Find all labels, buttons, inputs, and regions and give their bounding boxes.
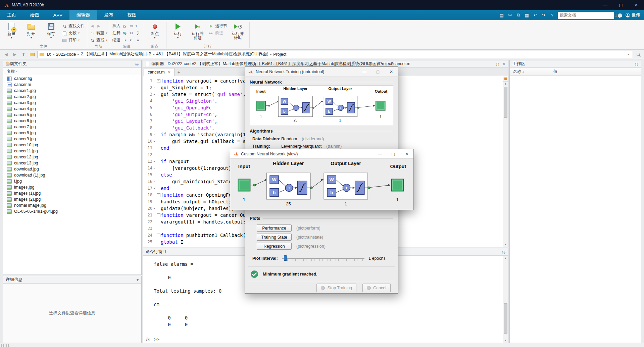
run-button[interactable]: 运行▾ <box>169 21 187 39</box>
file-item[interactable]: cancer13.jpg <box>3 160 141 166</box>
scroll-down-icon[interactable]: ▼ <box>504 242 507 247</box>
advance-button[interactable]: ▸▸前进 <box>208 30 227 36</box>
maximize-button[interactable]: ▢ <box>613 0 629 10</box>
plot-interval-slider[interactable] <box>282 255 364 261</box>
breadcrumb-item[interactable]: 461.【B461】深度学习之基于Matlab肺癌检测系统(GUI界面) <box>155 51 270 57</box>
dialog-close-button[interactable]: ✕ <box>385 67 398 77</box>
training-state-plot-button[interactable]: Training State <box>257 234 292 241</box>
print-button[interactable]: 打印▾ <box>62 37 85 43</box>
file-item[interactable]: cancer1.jpg <box>3 88 141 94</box>
new-tab-button[interactable]: + <box>175 68 183 76</box>
name-column-header[interactable]: 名称▴ <box>3 68 141 75</box>
file-item[interactable]: download.jpg <box>3 166 141 172</box>
cancel-button[interactable]: Cancel <box>362 284 391 292</box>
cmd-scroll-thumb[interactable] <box>504 303 507 334</box>
breadcrumb-item[interactable]: D: <box>45 52 53 57</box>
percent-icon[interactable]: % <box>122 31 127 36</box>
doc-search-input[interactable] <box>560 13 612 17</box>
breadcrumb-field[interactable]: D:▸2022-code▸2.【测试正常】Matlab图像处理项目-B▸461.… <box>37 51 633 58</box>
qa-help-icon[interactable]: ? <box>549 12 555 18</box>
ribbon-tab-publish[interactable]: 发布 <box>97 10 120 20</box>
forward-icon[interactable]: ▶ <box>96 23 101 29</box>
workspace-name-column[interactable]: 名称▴ <box>510 68 550 76</box>
qa-undo-icon[interactable]: ↶ <box>533 12 538 18</box>
nnview-titlebar[interactable]: Custom Neural Network (view) — ▢ ✕ <box>230 149 413 159</box>
indent-button[interactable]: 缩进⇥⇤≡ <box>112 37 141 43</box>
address-search-button[interactable] <box>634 51 642 58</box>
scroll-thumb[interactable] <box>504 87 507 118</box>
message-indicator[interactable] <box>503 77 508 82</box>
code-fold-icon[interactable] <box>156 212 161 218</box>
file-item[interactable]: cancer.m <box>3 82 141 88</box>
notification-bell-icon[interactable] <box>617 12 623 18</box>
up-folder-button[interactable]: ⬆ <box>20 51 27 58</box>
insert-button[interactable]: 插入fx▭▾ <box>112 23 141 29</box>
file-item[interactable]: cancer7.jpg <box>3 124 141 130</box>
file-item[interactable]: cancer12.jpg <box>3 154 141 160</box>
nav-forward-button[interactable]: ▶ <box>11 51 18 58</box>
resize-grip[interactable] <box>1 344 9 347</box>
dialog-maximize-button[interactable]: ▢ <box>387 149 400 158</box>
ribbon-tab-home[interactable]: 主页 <box>0 10 23 20</box>
cmd-menu-icon[interactable]: ◎ <box>502 250 505 254</box>
nntraintool-titlebar[interactable]: Neural Network Training (nntraintool) — … <box>245 67 398 77</box>
minimize-button[interactable]: — <box>598 0 613 10</box>
file-item[interactable]: cancer11.jpg <box>3 148 141 154</box>
file-item[interactable]: cancer6.jpg <box>3 118 141 124</box>
run-section-button[interactable]: 运行节 <box>208 23 227 29</box>
code-fold-icon[interactable] <box>156 192 161 198</box>
dialog-minimize-button[interactable]: — <box>358 67 371 77</box>
workspace-menu-icon[interactable]: ◎ <box>635 62 638 66</box>
ribbon-tab-view[interactable]: 视图 <box>120 10 144 20</box>
comment-button[interactable]: 注释%⊘⤸ <box>112 30 141 36</box>
qa-copy-icon[interactable]: ⧉ <box>516 12 521 18</box>
wrap-comment-icon[interactable]: ⤸ <box>136 31 141 36</box>
slider-thumb[interactable] <box>284 255 287 261</box>
user-account[interactable]: 世伟 <box>626 12 640 18</box>
run-and-time-button[interactable]: 运行并 计时 <box>229 21 247 40</box>
section-break-icon[interactable]: ▭ <box>129 23 134 29</box>
ribbon-tab-apps[interactable]: APP <box>46 10 69 20</box>
back-icon[interactable]: ◀ <box>90 23 95 29</box>
save-button[interactable]: 保存▾ <box>42 21 60 39</box>
file-item[interactable]: download (1).jpg <box>3 172 141 178</box>
command-scrollbar[interactable]: ▲ ▼ <box>503 256 508 343</box>
file-item[interactable]: cancer4.jpg <box>3 106 141 112</box>
file-item[interactable]: i.jpg <box>3 178 141 184</box>
breadcrumb-dropdown-icon[interactable]: ▾ <box>626 52 631 56</box>
file-item[interactable]: cancer8.jpg <box>3 130 141 136</box>
nav-back-button[interactable]: ◀ <box>2 51 10 58</box>
code-fold-icon[interactable] <box>156 78 161 84</box>
file-item[interactable]: images (1).jpg <box>3 190 141 196</box>
dialog-close-button[interactable]: ✕ <box>400 149 413 158</box>
command-prompt[interactable]: >> <box>154 337 159 342</box>
goto-button[interactable]: ↪转至▾ <box>90 30 107 36</box>
scroll-up-icon[interactable]: ▲ <box>504 82 507 86</box>
regression-plot-button[interactable]: Regression <box>257 243 292 250</box>
file-item[interactable]: cancer2.jpg <box>3 94 141 100</box>
browse-folder-button[interactable] <box>29 51 36 58</box>
breakpoints-button[interactable]: 断点▾ <box>146 21 164 39</box>
ribbon-tab-editor[interactable]: 编辑器 <box>69 10 97 20</box>
panel-menu-icon[interactable]: ◎ <box>135 62 139 66</box>
dialog-maximize-button[interactable]: ▢ <box>371 67 385 77</box>
breadcrumb-item[interactable]: 2022-code <box>54 52 78 57</box>
workspace-value-column[interactable]: 值 <box>550 68 561 76</box>
editor-close-icon[interactable]: ✕ <box>502 62 505 66</box>
run-and-advance-button[interactable]: ▸运行并 前进 <box>189 21 207 40</box>
file-item[interactable]: cancer.fig <box>3 76 141 82</box>
search-icon[interactable] <box>614 14 617 17</box>
cmd-scroll-down-icon[interactable]: ▼ <box>504 338 507 343</box>
file-item[interactable]: cancer9.jpg <box>3 136 141 142</box>
file-item[interactable]: normal image.jpg <box>3 202 141 208</box>
code-fold-icon[interactable] <box>156 232 161 239</box>
file-item[interactable]: cancer3.jpg <box>3 100 141 106</box>
file-item[interactable]: cancer10.jpg <box>3 142 141 148</box>
new-script-button[interactable]: 新建▾ <box>2 21 20 39</box>
cmd-scroll-up-icon[interactable]: ▲ <box>504 256 507 260</box>
compare-button[interactable]: 比较▾ <box>62 30 85 36</box>
dialog-minimize-button[interactable]: — <box>373 149 387 158</box>
breadcrumb-item[interactable]: 2.【测试正常】Matlab图像处理项目-B <box>79 51 153 57</box>
fx-icon[interactable]: fx <box>122 23 127 29</box>
editor-tab-cancer[interactable]: cancer.m✕ <box>144 68 175 76</box>
